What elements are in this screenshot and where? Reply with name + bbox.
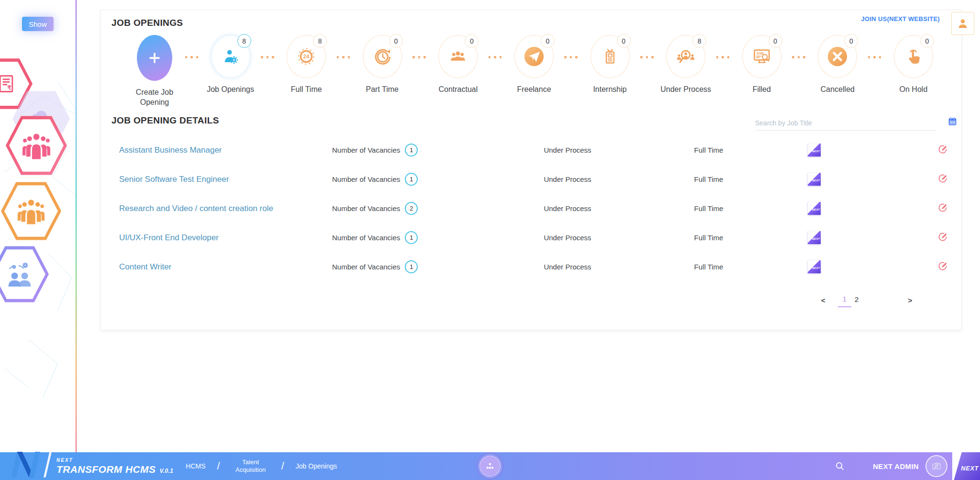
- employment-type: Full Time: [682, 234, 735, 242]
- edit-job-button[interactable]: [937, 202, 948, 214]
- next-corner-logo[interactable]: NEXT: [952, 452, 980, 480]
- camera-off-icon: [931, 461, 942, 471]
- pagination-prev-button[interactable]: <: [821, 296, 825, 304]
- pipeline-freelance[interactable]: 0 Freelance: [502, 35, 566, 108]
- vacancies-label: Number of Vacancies: [332, 263, 400, 271]
- pagination-page-2[interactable]: 2: [851, 294, 862, 307]
- pipeline-connector-dots: [640, 56, 654, 58]
- vacancies-count-badge: 1: [405, 173, 418, 186]
- pipeline-connector-dots: [868, 56, 881, 58]
- company-logo-badge: NEXT: [808, 202, 821, 215]
- pipeline-connector-dots: [564, 56, 578, 58]
- vacancies-label: Number of Vacancies: [332, 175, 400, 183]
- pipeline-connector-dots: [716, 56, 730, 58]
- user-avatar[interactable]: [925, 455, 947, 477]
- show-menu-button[interactable]: Show: [22, 17, 54, 31]
- pipeline-connector-dots: [337, 56, 350, 58]
- breadcrumb: HCMS / Talent Acquisition / Job Openings: [186, 458, 337, 473]
- count-badge: 8: [237, 34, 251, 48]
- job-status: Under Process: [453, 146, 682, 154]
- vacancies-label: Number of Vacancies: [332, 146, 400, 154]
- edit-job-button[interactable]: [937, 173, 948, 185]
- employment-type: Full Time: [682, 204, 735, 212]
- edit-icon: [937, 173, 948, 184]
- pipeline-under-process[interactable]: 8 Under Process: [654, 35, 717, 108]
- job-monitor-search-icon: JOB: [752, 47, 771, 66]
- table-row: Assistant Business Manager Number of Vac…: [101, 135, 961, 165]
- pipeline-filled[interactable]: 0 JOB Filled: [730, 35, 793, 108]
- job-title-link[interactable]: Research and Video / content creation ro…: [119, 204, 332, 213]
- brand-version: V.0.1: [159, 468, 173, 474]
- employment-type: Full Time: [682, 263, 735, 271]
- paper-plane-icon: [523, 46, 545, 67]
- tap-hand-icon: [904, 47, 923, 66]
- pagination-next-button[interactable]: >: [908, 296, 912, 304]
- breadcrumb-separator: /: [217, 460, 220, 472]
- pipeline-on-hold[interactable]: 0 On Hold: [882, 35, 945, 108]
- job-status: Under Process: [453, 175, 682, 183]
- sidebar: Show ₹: [0, 0, 77, 452]
- count-badge: 8: [313, 34, 327, 48]
- company-logo-badge: NEXT: [808, 173, 821, 186]
- pipeline-connector-dots: [185, 56, 199, 58]
- job-title-link[interactable]: Content Writer: [119, 262, 332, 272]
- person-gear-icon: [222, 48, 239, 65]
- breadcrumb-talent-acquisition[interactable]: Talent Acquisition: [232, 458, 270, 473]
- count-badge: 0: [768, 34, 782, 48]
- modules-hub-button[interactable]: [477, 453, 503, 480]
- global-search-button[interactable]: [835, 461, 845, 471]
- calendar-filter-button[interactable]: [947, 116, 958, 128]
- vacancies-label: Number of Vacancies: [332, 234, 400, 242]
- pipeline-part-time[interactable]: 0 Part Time: [351, 35, 414, 108]
- table-row: Research and Video / content creation ro…: [101, 194, 961, 223]
- edit-icon: [937, 202, 948, 213]
- job-status: Under Process: [453, 234, 682, 242]
- job-status: Under Process: [453, 263, 682, 271]
- cancel-icon: [827, 46, 848, 67]
- search-input[interactable]: [755, 115, 937, 131]
- pipeline-full-time[interactable]: 8 24 Full Time: [275, 35, 338, 108]
- status-pipeline: Create Job Opening 8 Job Openings: [111, 35, 951, 108]
- breadcrumb-job-openings[interactable]: Job Openings: [296, 462, 337, 470]
- pagination: < 1 2 >: [821, 293, 912, 307]
- count-badge: 0: [389, 34, 403, 48]
- pipeline-connector-dots: [261, 56, 274, 58]
- clock-history-icon: [373, 47, 392, 66]
- pipeline-job-openings[interactable]: 8 Job Openings: [199, 35, 262, 108]
- search-icon: [835, 461, 845, 471]
- svg-text:₹: ₹: [8, 84, 11, 91]
- job-title-link[interactable]: Assistant Business Manager: [119, 145, 332, 155]
- employment-type: Full Time: [682, 146, 735, 154]
- pipeline-create-job-opening[interactable]: Create Job Opening: [123, 35, 186, 108]
- breadcrumb-hcms[interactable]: HCMS: [186, 462, 205, 470]
- company-logo-badge: NEXT: [808, 231, 821, 244]
- job-title-link[interactable]: UI/UX-Front End Developer: [119, 233, 332, 243]
- pagination-page-1[interactable]: 1: [838, 293, 851, 307]
- next-n-logo: [8, 448, 56, 480]
- candidate-profile-button[interactable]: [951, 12, 974, 35]
- count-badge: 8: [692, 34, 706, 48]
- people-group-icon: [17, 197, 45, 225]
- edit-job-button[interactable]: [937, 232, 948, 244]
- edit-job-button[interactable]: [937, 261, 948, 273]
- job-title-link[interactable]: Senior Software Test Engineer: [119, 175, 332, 184]
- join-us-link[interactable]: JOIN US(NEXT WEBSITE): [861, 15, 940, 22]
- job-rows: Assistant Business Manager Number of Vac…: [101, 135, 961, 281]
- edit-icon: [937, 232, 948, 242]
- person-icon: [957, 17, 969, 30]
- edit-job-button[interactable]: [937, 144, 948, 156]
- pipeline-cancelled[interactable]: 0 Cancelled: [806, 35, 869, 108]
- breadcrumb-separator: /: [281, 460, 284, 472]
- app-bar-right: NEXT ADMIN NEXT: [835, 452, 980, 480]
- pipeline-contractual[interactable]: 0 Contractual: [426, 35, 490, 108]
- invoice-icon: ₹: [0, 73, 17, 94]
- pipeline-internship[interactable]: 0 Internship: [579, 35, 642, 108]
- details-title: JOB OPENING DETAILS: [111, 115, 219, 126]
- brand-next-label: NEXT: [56, 458, 173, 463]
- table-row: UI/UX-Front End Developer Number of Vaca…: [101, 223, 961, 252]
- table-row: Content Writer Number of Vacancies 1 Und…: [101, 252, 961, 281]
- brand-title: TRANSFORM HCMSV.0.1: [56, 464, 173, 474]
- company-logo-badge: NEXT: [808, 260, 821, 273]
- people-group-icon: [22, 131, 51, 160]
- table-row: Senior Software Test Engineer Number of …: [101, 165, 961, 194]
